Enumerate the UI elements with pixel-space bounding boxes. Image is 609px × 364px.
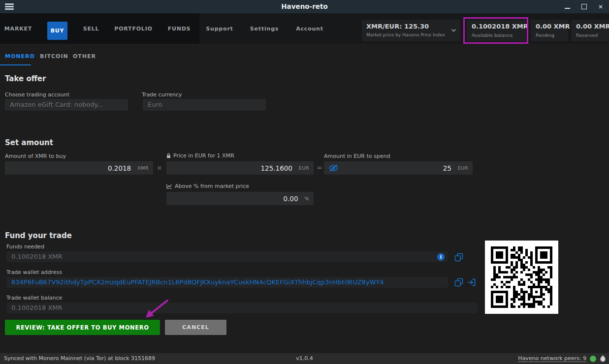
wallet-address-value: 834P6FuB67V92ithdyTpPCX2mzqdEuPFATEJRBcn… bbox=[11, 278, 384, 286]
amount-field[interactable]: 0.2018 XMR bbox=[5, 161, 153, 175]
active-tab-underline bbox=[0, 64, 31, 65]
deviation-field[interactable]: 0.00 % bbox=[166, 192, 314, 205]
window-controls: ✕ bbox=[559, 0, 609, 13]
wallet-address-field[interactable]: 834P6FuB67V92ithdyTpPCX2mzqdEuPFATEJRBcn… bbox=[6, 277, 448, 288]
trade-currency-field[interactable]: Euro bbox=[143, 99, 266, 111]
price-value: 125.1600 bbox=[261, 164, 292, 172]
menu-icon[interactable] bbox=[5, 3, 14, 10]
network-health-icon bbox=[590, 356, 596, 362]
main-navbar: MARKET BUY SELL PORTFOLIO FUNDS Support … bbox=[0, 13, 609, 44]
spend-field[interactable]: 25 EUR bbox=[324, 161, 473, 175]
qr-code bbox=[485, 241, 558, 314]
reserved-balance-label: Reserved bbox=[576, 32, 598, 38]
price-suffix: EUR bbox=[299, 165, 309, 171]
available-balance-label: Available balance bbox=[472, 32, 513, 38]
minimize-icon bbox=[565, 8, 570, 9]
network-status: Haveno network peers: 9 bbox=[518, 353, 606, 364]
funds-needed-value: 0.1002018 XMR bbox=[11, 253, 63, 260]
deviation-label: Above % from market price bbox=[166, 183, 249, 189]
deviation-suffix: % bbox=[304, 196, 309, 201]
window-title: Haveno-reto bbox=[0, 0, 609, 13]
amount-label: Amount of XMR to buy bbox=[5, 153, 66, 159]
nav-item-settings[interactable]: Settings bbox=[250, 26, 279, 32]
market-price-selector[interactable]: XMR/EUR: 125.30 Market price by Haveno P… bbox=[362, 20, 460, 41]
nav-item-account[interactable]: Account bbox=[296, 26, 323, 32]
lock-icon bbox=[166, 153, 171, 158]
wallet-address-label: Trade wallet address bbox=[6, 269, 62, 275]
multiply-sign: × bbox=[157, 164, 162, 172]
nav-item-buy-label: BUY bbox=[51, 28, 64, 34]
wallet-balance-label: Trade wallet balance bbox=[6, 295, 62, 301]
funds-needed-label: Funds needed bbox=[6, 243, 44, 250]
tab-other[interactable]: OTHER bbox=[73, 53, 96, 60]
spend-label: Amount in EUR to spend bbox=[324, 153, 390, 159]
titlebar: Haveno-reto ✕ bbox=[0, 0, 609, 13]
maximize-button[interactable] bbox=[576, 0, 592, 13]
wallet-balance-value: 0.1002018 XMR bbox=[11, 304, 63, 311]
close-icon: ✕ bbox=[598, 4, 603, 10]
pending-balance-label: Pending bbox=[536, 32, 554, 38]
close-button[interactable]: ✕ bbox=[592, 0, 609, 13]
qr-code-panel bbox=[485, 241, 558, 314]
nav-item-sell[interactable]: SELL bbox=[83, 26, 99, 32]
price-label: Price in EUR for 1 XMR bbox=[166, 152, 234, 159]
pending-balance-value: 0.00 XMR bbox=[536, 23, 570, 30]
funds-needed-field[interactable]: 0.1002018 XMR i bbox=[6, 251, 448, 262]
trend-chart-icon bbox=[166, 183, 172, 189]
copy-funds-icon[interactable] bbox=[454, 253, 463, 262]
nav-item-market[interactable]: MARKET bbox=[4, 26, 32, 32]
spend-suffix: EUR bbox=[458, 165, 468, 171]
trading-account-field[interactable]: Amazon eGift Card: nobody... bbox=[5, 99, 128, 111]
nav-item-funds[interactable]: FUNDS bbox=[168, 26, 191, 32]
annotation-arrow bbox=[143, 297, 171, 321]
info-icon[interactable]: i bbox=[437, 253, 445, 261]
review-take-offer-button[interactable]: REVIEW: TAKE OFFER TO BUY MONERO bbox=[5, 320, 160, 335]
amount-value: 0.2018 bbox=[108, 164, 131, 172]
take-offer-heading: Take offer bbox=[5, 74, 46, 83]
maximize-icon bbox=[581, 4, 587, 9]
trading-account-label: Choose trading account bbox=[5, 91, 69, 98]
nav-item-support[interactable]: Support bbox=[206, 26, 233, 32]
deviation-value: 0.00 bbox=[283, 195, 298, 203]
pending-balance-box: 0.00 XMR Pending bbox=[531, 20, 568, 41]
copy-address-icon[interactable] bbox=[454, 278, 463, 287]
tor-onion-icon bbox=[600, 355, 606, 363]
wallet-balance-field[interactable]: 0.1002018 XMR bbox=[6, 303, 478, 313]
amount-suffix: XMR bbox=[137, 165, 149, 171]
trade-currency-label: Trade currency bbox=[142, 91, 182, 98]
open-wallet-icon[interactable] bbox=[467, 278, 476, 287]
nav-item-buy[interactable]: BUY bbox=[47, 22, 67, 40]
available-balance-box: 0.1002018 XMR Available balance bbox=[467, 20, 526, 41]
peers-count[interactable]: Haveno network peers: 9 bbox=[518, 355, 586, 362]
set-amount-heading: Set amount bbox=[5, 138, 53, 147]
tab-bitcoin[interactable]: BITCOIN bbox=[40, 53, 68, 60]
cancel-button[interactable]: CANCEL bbox=[165, 320, 226, 335]
market-price-source: Market price by Haveno Price Index bbox=[366, 32, 445, 37]
eye-slash-icon[interactable] bbox=[329, 164, 338, 172]
chevron-down-icon bbox=[451, 29, 456, 32]
market-price-pair: XMR/EUR: 125.30 bbox=[366, 23, 429, 30]
spend-value: 25 bbox=[443, 164, 451, 172]
reserved-balance-value: 0.00 XMR bbox=[576, 23, 609, 30]
reserved-balance-box: 0.00 XMR Reserved bbox=[571, 20, 609, 41]
equals-sign: = bbox=[317, 164, 322, 172]
status-bar: Synced with Monero Mainnet (via Tor) at … bbox=[0, 353, 609, 364]
tab-monero[interactable]: MONERO bbox=[5, 53, 35, 60]
nav-item-portfolio[interactable]: PORTFOLIO bbox=[114, 26, 152, 32]
available-balance-value: 0.1002018 XMR bbox=[472, 23, 528, 30]
fund-trade-heading: Fund your trade bbox=[5, 231, 72, 240]
minimize-button[interactable] bbox=[559, 0, 576, 13]
price-field[interactable]: 125.1600 EUR bbox=[166, 161, 314, 175]
